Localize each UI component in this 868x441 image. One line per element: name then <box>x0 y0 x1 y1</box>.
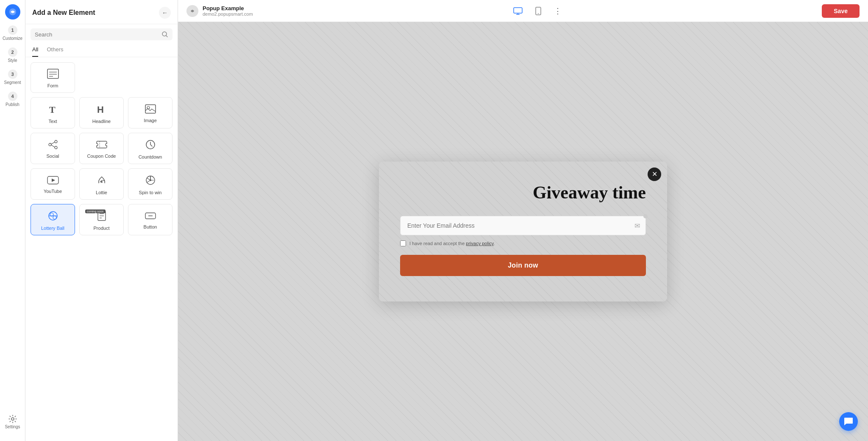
sidebar-item-segment[interactable]: 3 Segment <box>2 66 24 88</box>
element-youtube[interactable]: YouTube <box>31 168 75 200</box>
element-spin-label: Spin to win <box>139 190 162 195</box>
svg-point-10 <box>147 106 150 109</box>
element-spin-to-win[interactable]: Spin to win <box>128 168 172 200</box>
sidebar-item-style[interactable]: 2 Style <box>2 44 24 66</box>
desktop-icon <box>513 7 523 15</box>
site-text: Popup Example demo2.popupsmart.com <box>203 5 253 17</box>
svg-point-23 <box>101 181 103 183</box>
element-form[interactable]: Form <box>31 62 75 93</box>
element-social[interactable]: Social <box>31 133 75 164</box>
toolbar-center: ⋮ <box>511 4 564 18</box>
save-button[interactable]: Save <box>822 4 860 18</box>
coming-soon-badge: coming soon <box>85 209 106 213</box>
join-button[interactable]: Join now <box>400 255 646 276</box>
svg-rect-3 <box>47 69 58 78</box>
panel-title: Add a New Element <box>32 9 95 17</box>
product-icon-wrap: coming soon <box>96 210 107 223</box>
chat-bubble[interactable] <box>839 412 858 431</box>
site-info: Popup Example demo2.popupsmart.com <box>186 5 253 17</box>
social-icon <box>47 140 58 151</box>
image-icon <box>145 104 156 115</box>
form-icon <box>47 69 59 81</box>
svg-point-41 <box>538 13 539 14</box>
svg-point-18 <box>106 143 107 146</box>
element-countdown-label: Countdown <box>139 154 162 159</box>
svg-marker-22 <box>52 179 55 182</box>
desktop-button[interactable] <box>511 4 525 18</box>
email-field-wrap: ✉ <box>400 216 646 235</box>
search-icon <box>161 31 168 38</box>
tab-others[interactable]: Others <box>47 46 63 57</box>
mobile-button[interactable] <box>531 4 545 18</box>
svg-rect-37 <box>514 8 522 13</box>
element-lottery-ball[interactable]: Lottery Ball <box>31 204 75 235</box>
svg-point-11 <box>55 140 57 143</box>
privacy-link[interactable]: privacy policy <box>466 241 493 246</box>
button-icon <box>145 212 156 222</box>
element-product-label: Product <box>94 226 110 231</box>
privacy-text: I have read and accept the privacy polic… <box>409 241 495 246</box>
element-text-label: Text <box>48 119 57 124</box>
element-image[interactable]: Image <box>128 97 172 128</box>
more-button[interactable]: ⋮ <box>552 5 564 17</box>
svg-point-25 <box>150 179 151 181</box>
popup-title: Giveaway time <box>400 183 646 202</box>
element-headline-label: Headline <box>92 119 111 124</box>
element-coupon-code[interactable]: Coupon Code <box>79 133 124 164</box>
headline-icon: H <box>96 103 107 116</box>
email-icon: ✉ <box>634 222 640 230</box>
element-social-label: Social <box>47 154 59 159</box>
sidebar-item-settings[interactable]: Settings <box>2 411 24 433</box>
sidebar-item-publish[interactable]: 4 Publish <box>2 88 24 110</box>
svg-text:T: T <box>49 104 56 114</box>
email-dot <box>643 214 648 218</box>
element-product[interactable]: coming soon Product <box>79 204 124 235</box>
sidebar-item-customize[interactable]: 1 Customize <box>2 22 24 44</box>
mobile-icon <box>535 7 541 15</box>
element-image-label: Image <box>144 118 157 123</box>
svg-point-13 <box>49 143 51 146</box>
element-text[interactable]: T Text <box>31 97 75 128</box>
email-input[interactable] <box>400 216 646 235</box>
element-form-label: Form <box>47 83 58 88</box>
popup-modal: ✕ Giveaway time ✉ I have read and accept… <box>379 162 667 301</box>
countdown-icon <box>145 139 156 152</box>
svg-line-15 <box>51 142 55 144</box>
svg-point-12 <box>55 146 57 149</box>
back-button[interactable]: ← <box>159 7 171 19</box>
elements-panel: Add a New Element ← All Others Form <box>25 0 178 441</box>
coupon-icon <box>96 140 107 151</box>
spin-icon <box>145 175 156 187</box>
element-lottery-label: Lottery Ball <box>41 226 64 231</box>
app-logo <box>5 4 20 20</box>
canvas-area: Popup Example demo2.popupsmart.com ⋮ Sav… <box>178 0 868 441</box>
element-countdown[interactable]: Countdown <box>128 133 172 164</box>
privacy-row: I have read and accept the privacy polic… <box>400 240 646 246</box>
search-bar <box>31 28 172 40</box>
element-button[interactable]: Button <box>128 204 172 235</box>
tab-all[interactable]: All <box>32 46 38 57</box>
element-lottie-label: Lottie <box>96 190 107 195</box>
search-input[interactable] <box>35 31 158 38</box>
sidebar: 1 Customize 2 Style 3 Segment 4 Publish … <box>0 0 25 441</box>
lottie-icon <box>96 175 107 187</box>
text-icon: T <box>47 103 58 116</box>
popup-close-button[interactable]: ✕ <box>648 167 661 181</box>
lottery-icon <box>47 210 58 223</box>
svg-line-14 <box>51 145 55 147</box>
svg-point-28 <box>53 216 56 219</box>
element-button-label: Button <box>144 224 157 229</box>
element-youtube-label: YouTube <box>44 189 62 194</box>
top-toolbar: Popup Example demo2.popupsmart.com ⋮ Sav… <box>178 0 868 22</box>
element-lottie[interactable]: Lottie <box>79 168 124 200</box>
element-headline[interactable]: H Headline <box>79 97 124 128</box>
gear-icon <box>8 415 17 423</box>
site-name: Popup Example <box>203 5 253 11</box>
svg-rect-9 <box>145 105 156 113</box>
privacy-checkbox[interactable] <box>400 240 406 246</box>
canvas-content: ✕ Giveaway time ✉ I have read and accept… <box>178 22 868 441</box>
svg-point-1 <box>11 418 14 420</box>
panel-header: Add a New Element ← <box>25 0 178 24</box>
youtube-icon <box>47 176 59 186</box>
site-favicon <box>186 5 198 17</box>
